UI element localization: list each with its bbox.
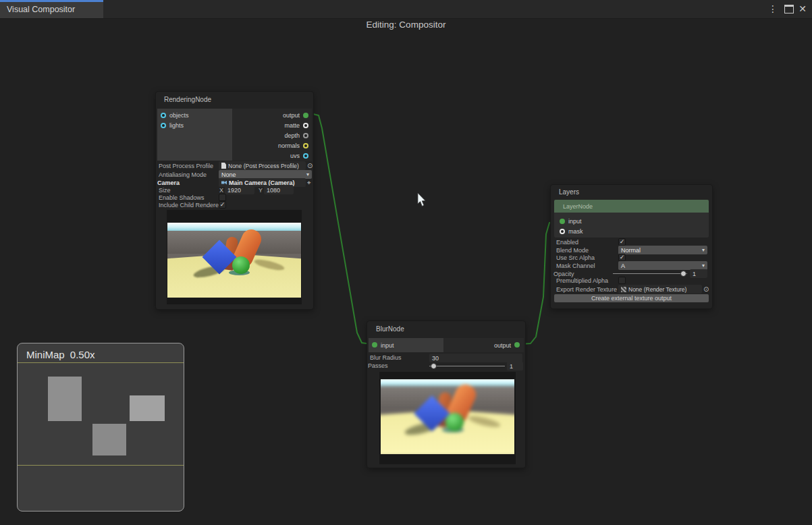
maximize-icon[interactable] [784, 5, 794, 13]
node-title: RenderingNode [164, 96, 211, 103]
property-row-post-process-profile: Post Process Profile None (Post Process … [156, 161, 313, 170]
object-field-post-process[interactable]: None (Post Process Profile) [219, 161, 306, 170]
port-label: output [494, 342, 511, 349]
menu-icon[interactable]: ⋮ [768, 3, 776, 14]
enabled-checkbox[interactable]: ✓ [618, 238, 626, 246]
check-icon: ✓ [620, 238, 625, 245]
title-bar: Visual Compositor ⋮ ✕ [0, 0, 812, 19]
minimap-title: MiniMap 0.50x [26, 349, 95, 360]
port-lights[interactable] [161, 123, 166, 128]
port-label: normals [278, 142, 300, 149]
mouse-cursor [417, 193, 427, 207]
camera-icon [221, 181, 227, 185]
port-mask[interactable] [560, 229, 565, 234]
check-icon: ✓ [220, 201, 225, 208]
port-label: input [568, 218, 582, 225]
port-matte[interactable] [303, 123, 308, 128]
layer-name: LayerNode [563, 203, 593, 210]
input-ports-panel: objects lights [157, 109, 232, 161]
chevron-down-icon: ▾ [702, 247, 705, 253]
object-picker-icon[interactable]: ⊙ [307, 161, 313, 170]
property-row-include-child-renderers: Include Child Renderers ✓ [156, 200, 313, 209]
layer-node-bar[interactable]: LayerNode [554, 200, 709, 213]
file-icon [221, 163, 226, 169]
port-output[interactable] [303, 113, 308, 118]
editing-title: Editing: Compositor [0, 20, 812, 30]
node-title: Layers [559, 188, 579, 196]
sphere-shape [445, 413, 464, 431]
port-label: matte [284, 122, 300, 129]
minimap-node-rect[interactable] [92, 424, 126, 455]
port-label: lights [169, 122, 184, 129]
minimap-node-rect[interactable] [48, 377, 82, 421]
node-title: BlurNode [376, 325, 404, 333]
tab-visual-compositor[interactable]: Visual Compositor [0, 0, 103, 18]
minimap-node-rect[interactable] [130, 395, 165, 421]
create-external-texture-output-button[interactable]: Create external texture output [554, 294, 709, 302]
tab-label: Visual Compositor [7, 5, 75, 14]
layer-ports-panel: input mask [554, 213, 709, 238]
opacity-slider-handle[interactable] [680, 271, 686, 277]
port-input[interactable] [372, 342, 377, 348]
sphere-shape [232, 256, 250, 274]
port-label: objects [169, 112, 189, 119]
input-ports-panel: input [369, 338, 443, 352]
render-preview [167, 210, 302, 304]
port-normals[interactable] [303, 143, 308, 148]
port-uvs[interactable] [303, 153, 308, 159]
output-ports-panel: output matte depth normals uvs [232, 109, 312, 161]
check-icon: ✓ [620, 254, 625, 260]
port-label: output [283, 112, 300, 119]
node-layers[interactable]: Layers LayerNode input mask Enabled ✓ Bl… [550, 184, 713, 309]
chevron-down-icon: ▾ [306, 171, 309, 177]
chevron-down-icon: ▾ [702, 262, 705, 269]
port-input[interactable] [560, 219, 565, 224]
object-field-render-texture[interactable]: None (Render Texture) [618, 285, 702, 294]
render-preview-image [167, 223, 301, 298]
port-objects[interactable] [161, 113, 166, 118]
port-depth[interactable] [303, 133, 308, 138]
node-blur[interactable]: BlurNode input output Blur Radius 30 Pas… [367, 321, 526, 468]
passes-slider[interactable] [429, 362, 505, 370]
port-label: input [381, 342, 394, 349]
minimap-panel[interactable]: MiniMap 0.50x [17, 343, 184, 512]
include-child-renderers-checkbox[interactable]: ✓ [219, 201, 226, 209]
passes-slider-handle[interactable] [431, 363, 437, 369]
port-output[interactable] [514, 342, 520, 348]
object-picker-icon[interactable]: ⊙ [703, 285, 709, 294]
port-label: mask [568, 228, 583, 235]
port-label: uvs [290, 153, 300, 159]
output-ports-panel: output [443, 338, 524, 352]
texture-icon [621, 287, 626, 292]
port-label: depth [284, 132, 300, 139]
blur-preview-image [381, 379, 514, 454]
blur-preview [379, 372, 516, 464]
node-rendering[interactable]: RenderingNode objects lights output matt… [155, 91, 314, 310]
property-row-export-render-texture: Export Render Texture None (Render Textu… [551, 285, 712, 294]
property-row-passes: Passes 1 [367, 362, 525, 370]
passes-value-field[interactable]: 1 [507, 362, 523, 370]
wire-rendering-to-blur[interactable] [310, 113, 371, 344]
use-src-alpha-checkbox[interactable]: ✓ [618, 254, 626, 261]
property-row-premultiplied-alpha: Premultiplied Alpha [551, 277, 712, 285]
close-icon[interactable]: ✕ [798, 3, 807, 14]
premultiplied-alpha-checkbox[interactable] [618, 277, 626, 284]
property-row-blur-radius: Blur Radius 30 [367, 354, 525, 362]
